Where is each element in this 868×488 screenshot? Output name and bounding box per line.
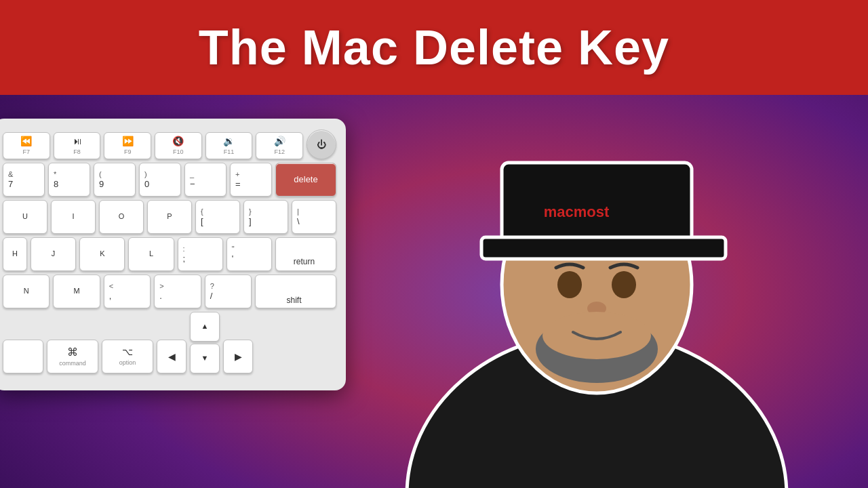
key-minus[interactable]: _ − [184,163,226,197]
key-option[interactable]: ⌥ option [102,340,153,373]
key-k[interactable]: K [79,237,125,271]
key-period[interactable]: > . [154,274,201,308]
key-o[interactable]: O [99,200,144,234]
key-9[interactable]: ( 9 [94,163,136,197]
key-l[interactable]: L [128,237,174,271]
key-p[interactable]: P [147,200,192,234]
svg-text:macmost: macmost [544,203,610,220]
modifier-row: ⌘ command ⌥ option ◀ ▲ ▼ ▶ [3,312,336,373]
key-u[interactable]: U [3,200,47,234]
key-n[interactable]: N [3,274,50,308]
key-arrow-left[interactable]: ◀ [157,340,186,373]
key-f9[interactable]: ⏩ F9 [104,132,151,159]
key-8[interactable]: * 8 [48,163,90,197]
key-command[interactable]: ⌘ command [47,340,98,373]
key-power[interactable]: ⏻ [307,129,336,159]
svg-point-7 [612,271,636,298]
key-arrow-down[interactable]: ▼ [190,344,220,373]
arrow-up-down-cluster: ▲ ▼ [190,312,220,373]
hjkl-row: H J K L : ; " ' return [3,237,336,271]
svg-point-6 [557,271,582,298]
key-0[interactable]: ) 0 [139,163,181,197]
key-m[interactable]: M [53,274,100,308]
svg-rect-4 [481,237,726,259]
key-7[interactable]: & 7 [3,163,45,197]
keyboard-area: ⏪ F7 ⏯ F8 ⏩ F9 🔇 F10 🔉 F11 [0,119,353,444]
key-shift-right[interactable]: shift [255,274,336,308]
uiop-row: U I O P { [ } ] | \ [3,200,336,234]
svg-point-10 [542,312,651,359]
key-arrow-up[interactable]: ▲ [190,312,220,342]
key-backslash[interactable]: | \ [292,200,336,234]
page-container: The Mac Delete Key ⏪ F7 ⏯ F8 ⏩ F9 🔇 [0,0,868,488]
key-arrow-right[interactable]: ▶ [223,340,253,373]
key-i[interactable]: I [51,200,96,234]
key-f12[interactable]: 🔊 F12 [256,132,303,159]
page-title: The Mac Delete Key [199,20,669,75]
key-f8[interactable]: ⏯ F8 [54,132,101,159]
key-return[interactable]: return [275,237,336,271]
fn-row: ⏪ F7 ⏯ F8 ⏩ F9 🔇 F10 🔉 F11 [3,129,336,159]
key-slash[interactable]: ? / [205,274,252,308]
key-f11[interactable]: 🔉 F11 [205,132,253,159]
key-bracket-r[interactable]: } ] [243,200,288,234]
key-f10[interactable]: 🔇 F10 [155,132,202,159]
key-comma[interactable]: < , [104,274,151,308]
title-bar: The Mac Delete Key [0,0,868,95]
key-f7[interactable]: ⏪ F7 [3,132,50,159]
person-area: macmost [366,88,827,488]
person-silhouette: macmost [387,102,807,488]
keyboard: ⏪ F7 ⏯ F8 ⏩ F9 🔇 F10 🔉 F11 [0,119,346,390]
key-semicolon[interactable]: : ; [178,237,223,271]
key-bracket-l[interactable]: { [ [195,200,240,234]
key-quote[interactable]: " ' [226,237,272,271]
nm-row: N M < , > . ? / shift [3,274,336,308]
key-delete[interactable]: delete [275,163,336,197]
key-blank-left[interactable] [3,340,43,373]
key-j[interactable]: J [31,237,76,271]
num-row: & 7 * 8 ( 9 ) 0 _ − [3,163,336,197]
key-equal[interactable]: + = [230,163,272,197]
key-h[interactable]: H [3,237,27,271]
